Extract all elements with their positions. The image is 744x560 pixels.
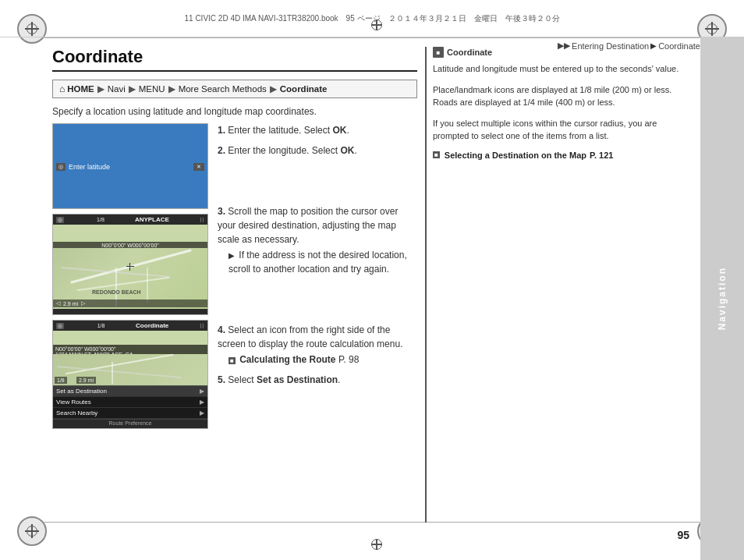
step-5-text: Select Set as Destination. (228, 374, 340, 385)
step-5: 5. Select Set as Destination. (218, 373, 417, 387)
screen2-arrows: ⟩⟩ (200, 217, 204, 223)
screen3-arrows: ⟩⟩ (200, 323, 204, 329)
screen1-icon: ◎ (56, 163, 66, 171)
screen2-place: ANYPLACE (135, 216, 169, 223)
steps-column: 1. Enter the latitude. Select OK. 2. Ent… (218, 123, 417, 387)
nav-path-item-menu: MENU (139, 84, 165, 94)
notes-link-page: P. 121 (590, 151, 613, 160)
page-number: 95 (677, 529, 689, 541)
notes-link-text: Selecting a Destination on the Map (445, 151, 586, 160)
step-4: 4. Select an icon from the right side of… (218, 323, 417, 367)
map-road-5 (147, 268, 148, 303)
step-5-num: 5. (218, 374, 228, 385)
step-4-link-text: Calculating the Route (239, 354, 335, 365)
route-preference[interactable]: Route Preference (53, 419, 207, 427)
screen3-title: Coordinate (136, 322, 168, 329)
screen-coordinate-menu: ◎ 1/8 Coordinate ⟩⟩ N00°00'00" W000°00'0… (52, 320, 208, 429)
home-icon: ⌂ (59, 83, 65, 94)
step-1-num: 1. (218, 125, 228, 136)
step-3-indent-text: If the address is not the desired locati… (229, 250, 407, 275)
menu-item-search-nearby[interactable]: Search Nearby ▶ (53, 408, 207, 419)
screen2-distance-bar: ◁ 2.9 mi ▷ (53, 299, 207, 307)
nav-sidebar: Navigation (700, 37, 744, 560)
screen3-menu: Set as Destination ▶ View Routes ▶ Searc… (53, 385, 207, 427)
step-4-link: ■ Calculating the Route P. 98 (218, 353, 417, 367)
note-para-2: Place/landmark icons are displayed at 1/… (433, 83, 691, 109)
screen3-icon: ◎ (56, 323, 64, 329)
step-4-num: 4. (218, 324, 228, 335)
notes-header: ■ Coordinate (433, 47, 691, 58)
screen2-distance: 2.9 mi (63, 301, 78, 307)
note-para-1: Latitude and longitude must be entered u… (433, 62, 691, 76)
screen2-map: N00°0'00" W000°00'00" REDONDO BEACH (53, 225, 207, 309)
step-4-link-page: P. 98 (338, 354, 359, 365)
notes-link-icon: ■ (433, 151, 440, 158)
note-para-3: If you select multiple icons within the … (433, 117, 691, 143)
nav-path: ⌂ HOME ▶ Navi ▶ MENU ▶ More Search Metho… (52, 80, 417, 98)
screen3-distance: 2.9 mi (76, 377, 96, 384)
step-2-num: 2. (218, 145, 228, 156)
nav-path-item-navi: Navi (108, 84, 126, 94)
notes-title: Coordinate (447, 48, 492, 57)
notes-panel: ■ Coordinate Latitude and longitude must… (425, 47, 697, 523)
step-1-text: Enter the latitude. Select OK. (228, 125, 349, 136)
screen3-titlebar: ◎ 1/8 Coordinate ⟩⟩ (53, 321, 207, 331)
step-1: 1. Enter the latitude. Select OK. (218, 123, 417, 137)
step-3: 3. Scroll the map to position the cursor… (218, 204, 417, 276)
step-3-indent: ▶ If the address is not the desired loca… (218, 248, 417, 276)
screen3-scale: 1/8 (97, 323, 105, 328)
top-divider (43, 37, 700, 38)
intro-text: Specify a location using latitude and lo… (52, 106, 417, 117)
screen2-area-label: REDONDO BEACH (92, 289, 141, 295)
nav-path-item-more: More Search Methods (179, 84, 267, 94)
content-body: ◎ Enter latitude ✕ N 1 2 3 4 5 6 (52, 123, 417, 434)
notes-link: ■ Selecting a Destination on the Map P. … (433, 151, 691, 160)
content-left: Coordinate ⌂ HOME ▶ Navi ▶ MENU ▶ More S… (43, 47, 417, 523)
notes-icon: ■ (433, 47, 444, 58)
screen-enter-latitude: ◎ Enter latitude ✕ N 1 2 3 4 5 6 (52, 123, 208, 209)
screenshots-column: ◎ Enter latitude ✕ N 1 2 3 4 5 6 (52, 123, 208, 434)
screen1-close: ✕ (193, 163, 204, 171)
screen-anyplace-map: ◎ 1/8 ANYPLACE ⟩⟩ N00°0'00" W000°00'00" (52, 214, 208, 315)
menu-item-view-routes[interactable]: View Routes ▶ (53, 397, 207, 408)
step-4-link-icon: ■ (229, 357, 236, 364)
screen3-map: N00°00'00" W000°00'00" 1234 MAIN ST, ANY… (53, 331, 207, 385)
map-cursor (126, 263, 134, 271)
step-3-num: 3. (218, 206, 228, 217)
top-header: 11 CIVIC 2D 4D IMA NAVI-31TR38200.book 9… (0, 0, 744, 37)
page-title: Coordinate (52, 47, 417, 72)
menu-item-set-destination[interactable]: Set as Destination ▶ (53, 386, 207, 397)
step-4-text: Select an icon from the right side of th… (218, 324, 402, 349)
screen2-icon: ◎ (56, 217, 64, 223)
screen2-scale: 1/8 (97, 217, 105, 222)
screen1-titlebar: ◎ Enter latitude ✕ (53, 124, 207, 209)
screen2-titlebar: ◎ 1/8 ANYPLACE ⟩⟩ (53, 214, 207, 225)
nav-path-item-home: HOME (67, 84, 94, 94)
step-2-text: Enter the longitude. Select OK. (228, 145, 356, 156)
screen1-title: Enter latitude (69, 163, 110, 171)
nav-sidebar-label: Navigation (717, 267, 728, 330)
screen3-scale-indicator: 1/8 (55, 377, 67, 384)
step-2: 2. Enter the longitude. Select OK. (218, 144, 417, 158)
step-3-text: Scroll the map to position the cursor ov… (218, 206, 398, 245)
screen3-road3 (112, 362, 113, 384)
nav-path-item-coord: Coordinate (280, 84, 328, 94)
